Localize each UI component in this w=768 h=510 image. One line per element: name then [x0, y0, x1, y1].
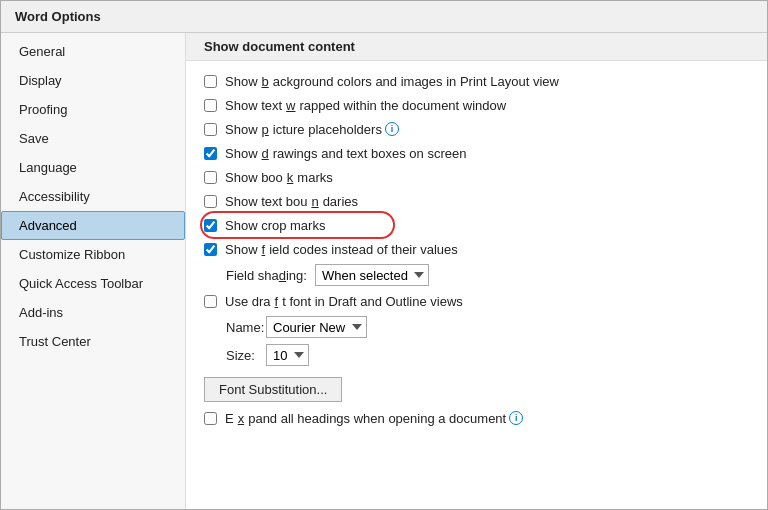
label-text-boundaries[interactable]: Show text boundaries [225, 194, 358, 209]
checkbox-pic-placeholders[interactable] [204, 123, 217, 136]
option-text-boundaries: Show text boundaries [204, 189, 749, 213]
option-bg-colors: Show background colors and images in Pri… [204, 69, 749, 93]
field-shading-label: Field shading: [226, 268, 307, 283]
option-field-codes: Show field codes instead of their values [204, 237, 749, 261]
section-header: Show document content [186, 33, 767, 61]
option-text-wrapped: Show text wrapped within the document wi… [204, 93, 749, 117]
size-label: Size: [226, 348, 266, 363]
option-crop-marks: Show crop marks [204, 213, 749, 237]
checkbox-field-codes[interactable] [204, 243, 217, 256]
name-label: Name: [226, 320, 266, 335]
option-draft-font: Use draft font in Draft and Outline view… [204, 289, 749, 313]
option-bookmarks: Show bookmarks [204, 165, 749, 189]
dialog-title: Word Options [1, 1, 767, 33]
checkbox-draft-font[interactable] [204, 295, 217, 308]
sidebar-item-add-ins[interactable]: Add-ins [1, 298, 185, 327]
name-row: Name: Courier New [204, 313, 749, 341]
main-content: Show document content Show background co… [186, 33, 767, 509]
checkbox-bg-colors[interactable] [204, 75, 217, 88]
sidebar-item-customize-ribbon[interactable]: Customize Ribbon [1, 240, 185, 269]
button-row: Font Substitution... [204, 369, 749, 406]
checkbox-text-wrapped[interactable] [204, 99, 217, 112]
sidebar-item-trust-center[interactable]: Trust Center [1, 327, 185, 356]
field-shading-row: Field shading: Always Never When selecte… [204, 261, 749, 289]
sidebar-item-language[interactable]: Language [1, 153, 185, 182]
sidebar-item-save[interactable]: Save [1, 124, 185, 153]
option-expand-headings: Expand all headings when opening a docum… [204, 406, 749, 430]
label-draft-font[interactable]: Use draft font in Draft and Outline view… [225, 294, 463, 309]
sidebar-item-accessibility[interactable]: Accessibility [1, 182, 185, 211]
dialog-body: General Display Proofing Save Language A… [1, 33, 767, 509]
info-icon-expand-headings[interactable]: i [509, 411, 523, 425]
label-field-codes[interactable]: Show field codes instead of their values [225, 242, 458, 257]
checkbox-expand-headings[interactable] [204, 412, 217, 425]
size-row: Size: 10 [204, 341, 749, 369]
word-options-dialog: Word Options General Display Proofing Sa… [0, 0, 768, 510]
sidebar: General Display Proofing Save Language A… [1, 33, 186, 509]
sidebar-item-proofing[interactable]: Proofing [1, 95, 185, 124]
label-expand-headings[interactable]: Expand all headings when opening a docum… [225, 411, 506, 426]
font-size-select[interactable]: 10 [266, 344, 309, 366]
font-name-select[interactable]: Courier New [266, 316, 367, 338]
option-pic-placeholders: Show picture placeholders i [204, 117, 749, 141]
sidebar-item-display[interactable]: Display [1, 66, 185, 95]
checkbox-crop-marks[interactable] [204, 219, 217, 232]
sidebar-item-advanced[interactable]: Advanced [1, 211, 185, 240]
checkbox-bookmarks[interactable] [204, 171, 217, 184]
option-drawings: Show drawings and text boxes on screen [204, 141, 749, 165]
info-icon-pic-placeholders[interactable]: i [385, 122, 399, 136]
field-shading-select[interactable]: Always Never When selected [315, 264, 429, 286]
checkbox-text-boundaries[interactable] [204, 195, 217, 208]
label-crop-marks[interactable]: Show crop marks [225, 218, 325, 233]
label-bookmarks[interactable]: Show bookmarks [225, 170, 333, 185]
label-drawings[interactable]: Show drawings and text boxes on screen [225, 146, 466, 161]
sidebar-item-general[interactable]: General [1, 37, 185, 66]
label-bg-colors[interactable]: Show background colors and images in Pri… [225, 74, 559, 89]
label-pic-placeholders[interactable]: Show picture placeholders [225, 122, 382, 137]
options-area: Show background colors and images in Pri… [186, 61, 767, 438]
font-substitution-button[interactable]: Font Substitution... [204, 377, 342, 402]
checkbox-drawings[interactable] [204, 147, 217, 160]
label-text-wrapped[interactable]: Show text wrapped within the document wi… [225, 98, 506, 113]
sidebar-item-quick-access-toolbar[interactable]: Quick Access Toolbar [1, 269, 185, 298]
